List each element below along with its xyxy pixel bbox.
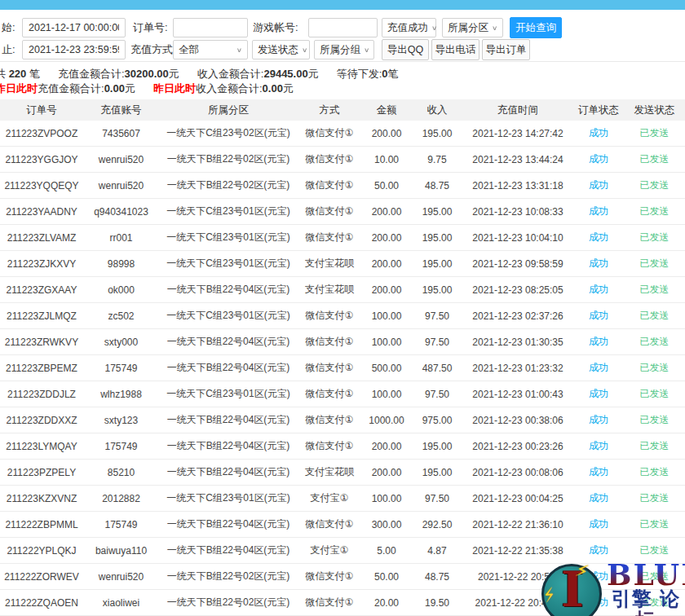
cell-income: 48.75 — [412, 571, 462, 583]
cell-account: 175749 — [83, 363, 159, 374]
order-no-input[interactable] — [173, 18, 248, 37]
game-account-label: 游戏帐号: — [253, 18, 298, 37]
partition-select[interactable]: 所属分区 ∨ — [442, 18, 503, 37]
count-unit: 笔 — [29, 68, 40, 80]
table-row: 211223ZGXAAY ok000 一统天下B组22号04区(元宝) 支付宝花… — [0, 277, 685, 303]
cell-method: 微信支付① — [298, 335, 361, 349]
method-select[interactable]: 全部 ∨ — [173, 40, 248, 59]
yesterday-recharge-unit: 元 — [125, 82, 135, 95]
order-no-label: 订单号: — [133, 18, 168, 37]
cell-send-status: 已发送 — [624, 126, 685, 140]
filter-panel: 始: 订单号: 游戏帐号: 充值成功 ∨ 所属分区 ∨ 开始查询 止: 充值方式… — [0, 10, 685, 62]
cell-income: 195.00 — [412, 258, 462, 270]
cell-order-status: 成功 — [573, 205, 624, 218]
start-date-input[interactable] — [22, 18, 126, 37]
cell-time: 2021-12-23 00:04:25 — [462, 493, 573, 504]
cell-order-no: 211222ZORWEV — [0, 571, 83, 583]
cell-send-status: 已发送 — [624, 387, 685, 401]
cell-income: 195.00 — [412, 467, 462, 478]
cell-send-status: 已发送 — [624, 361, 685, 375]
export-phone-button[interactable]: 导出电话 — [431, 39, 480, 60]
cell-amount: 20.00 — [361, 597, 412, 609]
group-select[interactable]: 所属分组 ∨ — [314, 40, 374, 59]
cell-send-status: 已发送 — [624, 309, 685, 323]
cell-partition: 一统天下C组23号01区(元宝) — [159, 491, 298, 505]
cell-amount: 200.00 — [361, 284, 412, 296]
export-order-button[interactable]: 导出订单 — [482, 39, 530, 60]
group-value: 所属分组 — [320, 43, 360, 57]
cell-order-status: 成功 — [573, 596, 624, 609]
table-row: 211223PZPELY 85210 一统天下B组22号04区(元宝) 支付宝花… — [0, 460, 685, 486]
cell-send-status: 已发送 — [624, 178, 685, 192]
cell-order-no: 211223ZJKXVY — [0, 258, 83, 270]
cell-order-no: 211223ZDDJLZ — [0, 389, 83, 400]
cell-account: 85210 — [83, 467, 159, 478]
cell-time: 2021-12-23 13:31:18 — [462, 180, 573, 191]
cell-time: 2021-12-23 10:04:10 — [462, 232, 573, 244]
cell-send-status: 已发送 — [624, 543, 685, 557]
cell-send-status: 已发送 — [624, 570, 685, 583]
cell-send-status: 已发送 — [624, 257, 685, 271]
cell-order-no: 211223PZPELY — [0, 467, 83, 478]
cell-account: xiaoliwei — [83, 597, 159, 609]
table-row: 211223ZBPEMZ 175749 一统天下B组22号04区(元宝) 微信支… — [0, 355, 685, 381]
cell-partition: 一统天下B组22号04区(元宝) — [159, 517, 298, 531]
cell-partition: 一统天下B组22号04区(元宝) — [159, 439, 298, 453]
cell-amount: 100.00 — [361, 493, 412, 504]
income-sum-unit: 元 — [308, 68, 319, 80]
cell-time: 2021-12-23 00:23:26 — [462, 441, 573, 452]
cell-account: wlhz1988 — [83, 389, 159, 400]
cell-method: 微信支付① — [298, 413, 361, 427]
cell-order-status: 成功 — [573, 387, 624, 401]
cell-partition: 一统天下B组22号04区(元宝) — [159, 465, 298, 479]
game-account-input[interactable] — [308, 18, 378, 37]
cell-account: wenrui520 — [83, 180, 159, 191]
cell-send-status: 已发送 — [624, 596, 685, 609]
cell-partition: 一统天下B组22号02区(元宝) — [159, 596, 298, 609]
query-button[interactable]: 开始查询 — [510, 17, 562, 38]
cell-order-no: 211223YAADNY — [0, 206, 83, 218]
table-row: 211223ZDDXXZ sxty123 一统天下B组22号04区(元宝) 微信… — [0, 407, 685, 433]
cell-income: 48.75 — [412, 180, 462, 191]
cell-order-status: 成功 — [573, 465, 624, 479]
table-row: 211223ZVPOOZ 7435607 一统天下C组23号02区(元宝) 微信… — [0, 121, 685, 147]
yesterday-prefix: 昨日此时 — [153, 82, 196, 95]
cell-send-status: 已发送 — [624, 517, 685, 531]
cell-method: 支付宝花呗 — [298, 465, 361, 479]
income-sum-value: 29445.00 — [263, 68, 307, 80]
cell-order-status: 成功 — [573, 126, 624, 140]
yesterday-income-value: 0.00 — [263, 82, 283, 95]
cell-method: 支付宝花呗 — [298, 283, 361, 297]
cell-partition: 一统天下B组22号04区(元宝) — [159, 413, 298, 427]
cell-amount: 500.00 — [361, 363, 412, 374]
yesterday-prefix: 昨日此时 — [0, 82, 38, 95]
send-status-select[interactable]: 发送状态 ∨ — [252, 40, 310, 59]
income-sum-label: 收入金额合计: — [197, 68, 264, 80]
cell-time: 2021-12-23 00:38:06 — [462, 415, 573, 426]
pending-unit: 笔 — [388, 68, 399, 80]
chevron-down-icon: ∨ — [431, 24, 437, 32]
cell-account: wenrui520 — [83, 571, 159, 583]
cell-send-status: 已发送 — [624, 335, 685, 349]
cell-order-no: 211223ZRWKVY — [0, 337, 83, 348]
col-header-account: 充值账号 — [83, 103, 159, 117]
cell-income: 19.50 — [412, 597, 462, 609]
table-row: 211222YPLQKJ baiwuya110 一统天下B组22号04区(元宝)… — [0, 538, 685, 564]
cell-account: sxty123 — [83, 415, 159, 426]
cell-method: 微信支付① — [298, 152, 361, 166]
col-header-status: 订单状态 — [573, 103, 624, 117]
chevron-down-icon: ∨ — [364, 46, 369, 54]
cell-order-status: 成功 — [573, 283, 624, 297]
cell-order-no: 211223ZVPOOZ — [0, 128, 83, 139]
cell-time: 2021-12-22 20:47:2 — [462, 597, 573, 609]
export-qq-button[interactable]: 导出QQ — [382, 39, 429, 60]
recharge-status-select[interactable]: 充值成功 ∨ — [382, 18, 436, 37]
cell-method: 微信支付① — [298, 517, 361, 531]
cell-partition: 一统天下C组23号01区(元宝) — [159, 387, 298, 401]
col-header-income: 收入 — [412, 103, 462, 117]
cell-send-status: 已发送 — [624, 439, 685, 453]
cell-amount: 50.00 — [361, 571, 412, 583]
cell-account: 2012882 — [83, 493, 159, 504]
cell-partition: 一统天下B组22号02区(元宝) — [159, 570, 298, 583]
end-date-input[interactable] — [22, 40, 126, 59]
